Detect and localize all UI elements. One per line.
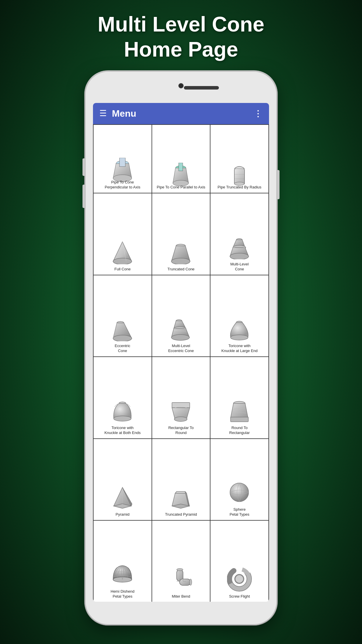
svg-point-18	[113, 335, 132, 341]
svg-rect-30	[231, 417, 248, 422]
item-label: Pipe To Cone Parallel to Axis	[157, 185, 205, 190]
phone-speaker	[184, 86, 219, 90]
svg-point-22	[171, 335, 189, 340]
item-label: Multi-LevelEccentric Cone	[168, 344, 194, 354]
item-label: Truncated Pyramid	[165, 512, 197, 517]
item-label: Truncated Cone	[168, 267, 195, 272]
svg-point-16	[230, 253, 249, 259]
item-label: Hemi DishendPetal Types	[111, 589, 135, 599]
pipe-cone-parallel-icon	[168, 163, 193, 188]
list-item[interactable]: EccentricCone	[94, 275, 152, 357]
svg-point-10	[113, 258, 132, 264]
side-button-right	[277, 170, 280, 199]
hamburger-icon[interactable]: ☰	[99, 109, 107, 118]
app-header: ☰ Menu ⋮	[93, 103, 269, 124]
miter-bend-icon	[168, 567, 193, 592]
pipe-truncated-radius-icon	[227, 163, 252, 188]
list-item[interactable]: Truncated Pyramid	[152, 439, 211, 521]
phone-frame: ☰ Menu ⋮	[85, 71, 277, 625]
list-item[interactable]: Toricone withKnuckle at Both Ends	[94, 357, 152, 439]
item-label: EccentricCone	[115, 344, 130, 354]
rect-to-round-icon	[168, 398, 193, 423]
item-label: Round ToRectangular	[229, 426, 250, 435]
svg-point-37	[189, 579, 192, 585]
list-item[interactable]: Multi-LevelEccentric Cone	[152, 275, 211, 357]
svg-point-24	[231, 335, 248, 340]
list-item[interactable]: Truncated Cone	[152, 193, 211, 275]
list-item[interactable]: SpherePetal Types	[210, 439, 269, 521]
item-label: Toricone withKnuckle at Large End	[222, 344, 258, 354]
item-label: Rectangular ToRound	[168, 426, 194, 435]
list-item[interactable]: Hemi DishendPetal Types	[94, 521, 152, 602]
hemi-dishend-icon	[110, 562, 135, 587]
truncated-pyramid-icon	[168, 485, 193, 510]
list-item[interactable]: Pipe To Cone Parallel to Axis	[152, 125, 211, 193]
item-label: Toricone withKnuckle at Both Ends	[104, 426, 140, 435]
list-item[interactable]: Pipe To ConePerpendicular to Axis	[94, 125, 152, 193]
more-options-icon[interactable]: ⋮	[254, 109, 263, 118]
sphere-petal-icon	[227, 480, 252, 505]
pipe-cone-perp-icon	[110, 158, 135, 183]
svg-point-40	[235, 575, 243, 583]
item-grid: Pipe To ConePerpendicular to Axis	[93, 124, 269, 602]
list-item[interactable]: Miter Bend	[152, 521, 211, 602]
list-item[interactable]: Toricone withKnuckle at Large End	[210, 275, 269, 357]
truncated-cone-icon	[168, 239, 193, 264]
eccentric-cone-icon	[110, 316, 135, 341]
list-item[interactable]: Rectangular ToRound	[152, 357, 211, 439]
item-label: Multi-LevelCone	[230, 262, 249, 272]
svg-point-28	[174, 417, 187, 421]
list-item[interactable]: Screw Flight	[210, 521, 269, 602]
item-label: Pipe Truncated By Radius	[218, 185, 261, 190]
phone-camera	[178, 83, 184, 88]
svg-rect-2	[120, 158, 125, 167]
list-item[interactable]: Multi-LevelCone	[210, 193, 269, 275]
side-button-left	[82, 158, 85, 176]
item-label: Miter Bend	[172, 594, 190, 599]
svg-point-13	[171, 258, 190, 264]
toricone-both-icon	[110, 398, 135, 423]
svg-rect-35	[180, 579, 191, 585]
toricone-large-icon	[227, 316, 252, 341]
round-to-rect-icon	[227, 398, 252, 423]
item-label: Pyramid	[115, 512, 129, 517]
header-title: Menu	[112, 108, 136, 119]
page-title: Multi Level Cone Home Page	[98, 12, 264, 62]
list-item[interactable]: Round ToRectangular	[210, 357, 269, 439]
svg-point-26	[114, 416, 131, 421]
multi-eccentric-icon	[168, 316, 193, 341]
item-label: Full Cone	[115, 267, 131, 272]
svg-rect-5	[179, 163, 183, 171]
item-label: Pipe To ConePerpendicular to Axis	[105, 180, 140, 190]
screw-flight-icon	[227, 567, 252, 592]
item-label: Screw Flight	[229, 594, 250, 599]
svg-point-32	[230, 483, 249, 502]
list-item[interactable]: Full Cone	[94, 193, 152, 275]
phone-screen: ☰ Menu ⋮	[93, 103, 269, 602]
list-item[interactable]: Pyramid	[94, 439, 152, 521]
multi-level-cone-icon	[227, 235, 252, 259]
list-item[interactable]: Pipe Truncated By Radius	[210, 125, 269, 193]
pyramid-icon	[110, 485, 135, 510]
full-cone-icon	[110, 239, 135, 264]
side-button-left2	[82, 185, 85, 208]
item-label: SpherePetal Types	[230, 507, 249, 517]
svg-point-36	[177, 568, 183, 571]
